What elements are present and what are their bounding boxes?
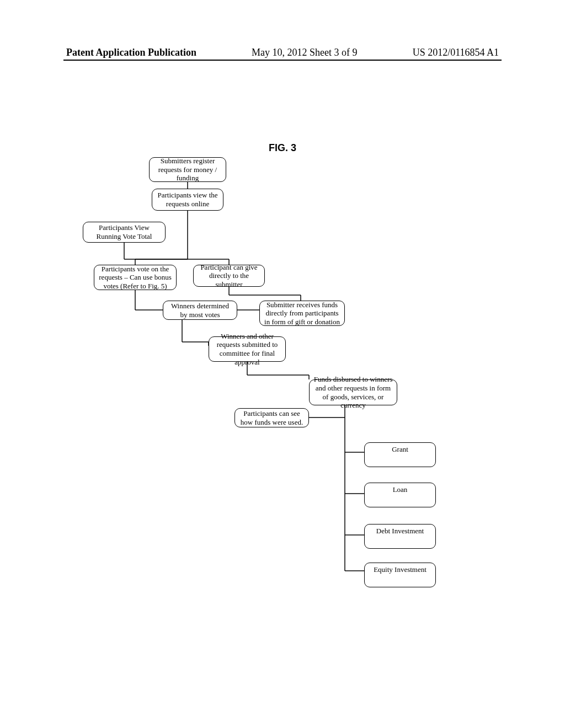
box-participants-vote: Participants vote on the requests – Can …: [94, 265, 177, 290]
page-header: Patent Application Publication May 10, 2…: [0, 47, 565, 58]
box-participants-view: Participants view the requests online: [152, 189, 223, 211]
flowchart: Submitters register requests for money /…: [0, 154, 565, 651]
box-loan: Loan: [364, 483, 436, 507]
box-funds-disbursed: Funds disbursed to winners and other req…: [309, 379, 397, 405]
box-equity-investment: Equity Investment: [364, 563, 436, 587]
box-submitters-register: Submitters register requests for money /…: [149, 157, 226, 182]
box-submitter-receives: Submitter receives funds directly from p…: [259, 301, 345, 326]
header-rule: [63, 60, 502, 61]
figure-title: FIG. 3: [0, 142, 565, 154]
box-committee-approval: Winners and other requests submitted to …: [209, 336, 286, 362]
box-give-directly: Participant can give directly to the sub…: [193, 265, 265, 287]
box-winners-determined: Winners determined by most votes: [163, 301, 237, 320]
header-docnum: US 2012/0116854 A1: [413, 47, 499, 58]
header-date-sheet: May 10, 2012 Sheet 3 of 9: [252, 47, 357, 58]
header-publication: Patent Application Publication: [66, 47, 196, 58]
box-running-vote-total: Participants View Running Vote Total: [83, 222, 166, 243]
box-see-funds-used: Participants can see how funds were used…: [234, 408, 309, 427]
box-grant: Grant: [364, 442, 436, 467]
box-debt-investment: Debt Investment: [364, 524, 436, 549]
